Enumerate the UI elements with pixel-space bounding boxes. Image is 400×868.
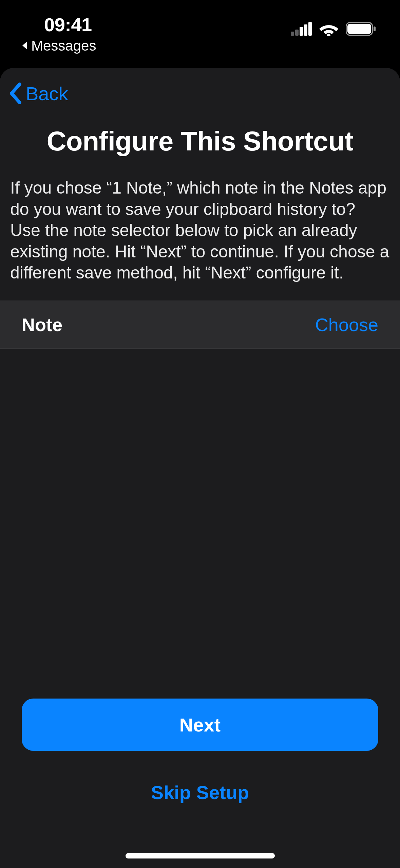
- nav-bar: Back: [0, 68, 400, 119]
- status-right: [291, 14, 380, 36]
- page-description: If you chose “1 Note,” which note in the…: [0, 177, 400, 301]
- modal-sheet: Back Configure This Shortcut If you chos…: [0, 68, 400, 868]
- caret-left-icon: [20, 38, 28, 54]
- choose-button[interactable]: Choose: [315, 314, 378, 335]
- breadcrumb-label: Messages: [31, 38, 96, 54]
- battery-icon: [346, 22, 376, 36]
- breadcrumb-return[interactable]: Messages: [20, 38, 96, 54]
- svg-rect-7: [347, 24, 371, 34]
- note-selector-row[interactable]: Note Choose: [0, 301, 400, 348]
- bottom-button-area: Next Skip Setup: [0, 699, 400, 868]
- back-label: Back: [26, 83, 68, 105]
- status-left: 09:41 Messages: [20, 14, 96, 54]
- svg-point-5: [327, 34, 330, 36]
- note-row-label: Note: [22, 314, 62, 335]
- svg-rect-8: [374, 26, 376, 31]
- skip-setup-button[interactable]: Skip Setup: [22, 775, 378, 810]
- status-bar: 09:41 Messages: [0, 0, 400, 58]
- svg-rect-3: [304, 24, 307, 36]
- wifi-icon: [319, 22, 338, 36]
- svg-rect-4: [308, 22, 312, 36]
- page-title: Configure This Shortcut: [0, 119, 400, 177]
- status-time: 09:41: [44, 14, 92, 36]
- chevron-left-icon: [8, 82, 22, 105]
- svg-rect-0: [291, 32, 294, 36]
- svg-rect-1: [295, 30, 299, 36]
- cellular-signal-icon: [291, 22, 312, 36]
- back-button[interactable]: Back: [8, 82, 68, 105]
- svg-rect-2: [300, 27, 303, 36]
- home-indicator[interactable]: [126, 853, 275, 858]
- next-button[interactable]: Next: [22, 699, 378, 751]
- form-row-group: Note Choose: [0, 301, 400, 349]
